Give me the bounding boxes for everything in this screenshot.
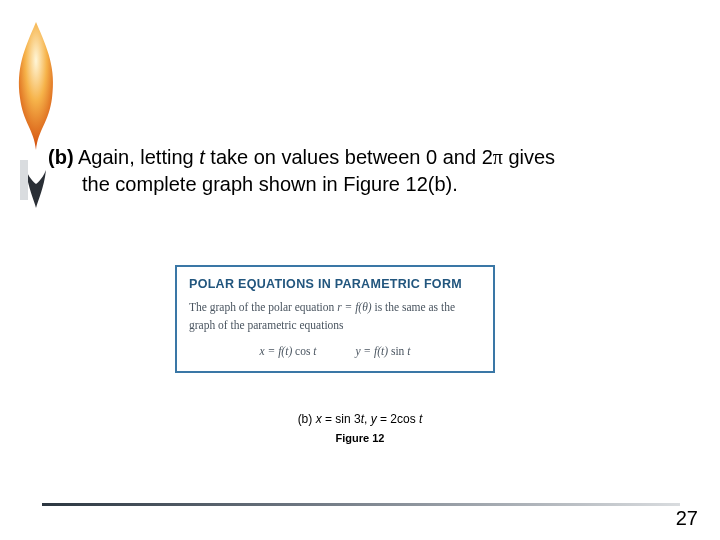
eq-y-fn: sin: [391, 345, 404, 357]
caption-mid2: ,: [364, 412, 371, 426]
eq-y-rhs: t: [404, 345, 410, 357]
eq-y-lhs: y = f(t): [355, 345, 391, 357]
footer-rule: [42, 503, 680, 506]
caption-mid1: = sin 3: [322, 412, 361, 426]
eq-x: x = f(t) cos t: [260, 345, 317, 357]
body-line1-a: Again, letting: [74, 146, 200, 168]
theorem-body: The graph of the polar equation r = f(θ)…: [189, 299, 481, 335]
caption-prefix: (b): [298, 412, 316, 426]
eq-y: y = f(t) sin t: [355, 345, 410, 357]
caption-t2: t: [419, 412, 422, 426]
page-number: 27: [676, 507, 698, 530]
theorem-box: POLAR EQUATIONS IN PARAMETRIC FORM The g…: [175, 265, 495, 373]
caption-line2: Figure 12: [0, 432, 720, 444]
slide: (b) Again, letting t take on values betw…: [0, 0, 720, 540]
caption-line1: (b) x = sin 3t, y = 2cos t: [0, 412, 720, 426]
theorem-body-a: The graph of the polar equation: [189, 301, 337, 313]
pi-symbol: π: [493, 146, 503, 168]
theorem-equations: x = f(t) cos t y = f(t) sin t: [189, 345, 481, 357]
eq-x-lhs: x = f(t): [260, 345, 296, 357]
figure-caption: (b) x = sin 3t, y = 2cos t Figure 12: [0, 412, 720, 444]
part-label: (b): [48, 146, 74, 168]
theorem-box-inner: POLAR EQUATIONS IN PARAMETRIC FORM The g…: [175, 265, 495, 373]
body-line2: the complete graph shown in Figure 12(b)…: [82, 171, 678, 198]
theorem-title: POLAR EQUATIONS IN PARAMETRIC FORM: [189, 277, 481, 291]
eq-x-fn: cos: [295, 345, 310, 357]
theorem-body-eq: r = f(θ): [337, 301, 372, 313]
eq-x-rhs: t: [310, 345, 316, 357]
body-line1-b: take on values between 0 and 2: [205, 146, 493, 168]
svg-rect-0: [20, 160, 28, 200]
body-text: (b) Again, letting t take on values betw…: [48, 144, 678, 198]
body-line1-c: gives: [503, 146, 555, 168]
caption-mid3: = 2cos: [377, 412, 419, 426]
